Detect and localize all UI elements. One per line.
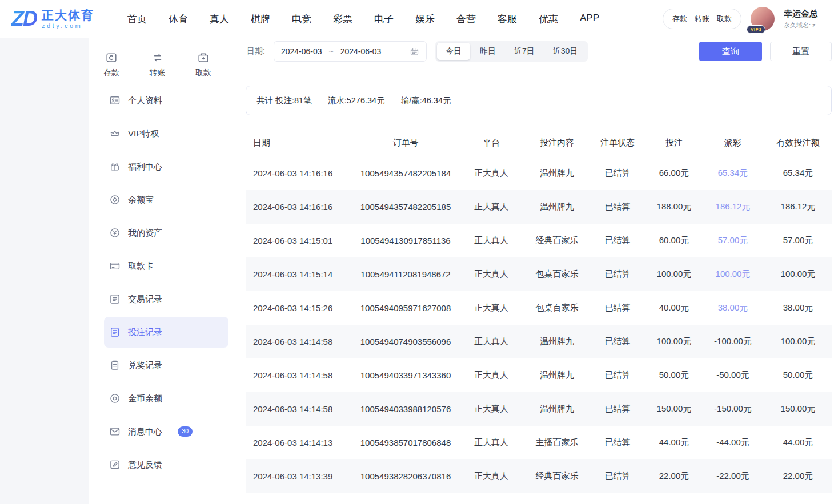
sidebar-item-gold-balance[interactable]: 金币余额 bbox=[104, 383, 228, 414]
sidebar-item-feedback[interactable]: 意见反馈 bbox=[104, 449, 228, 480]
cell-date: 2024-06-03 14:14:58 bbox=[246, 404, 354, 414]
id-card-icon bbox=[109, 95, 121, 106]
cell-status: 已结算 bbox=[588, 269, 647, 280]
cell-valid: 22.00元 bbox=[764, 471, 832, 482]
cell-status: 已结算 bbox=[588, 201, 647, 212]
nav-item-support[interactable]: 客服 bbox=[498, 13, 517, 26]
nav-item-lottery[interactable]: 彩票 bbox=[333, 13, 352, 26]
cell-valid: 65.34元 bbox=[764, 168, 832, 179]
cell-valid: 44.00元 bbox=[764, 437, 832, 448]
sidebar-withdraw-button[interactable]: 取款 bbox=[195, 51, 211, 78]
cell-content: 温州牌九 bbox=[526, 404, 588, 414]
sidebar-item-yuebao[interactable]: 余额宝 bbox=[104, 184, 228, 215]
sidebar-item-bet-records[interactable]: 投注记录 bbox=[104, 317, 228, 348]
range-30days-button[interactable]: 近30日 bbox=[544, 43, 587, 60]
nav-item-esports[interactable]: 电竞 bbox=[292, 13, 311, 26]
unread-count-badge: 30 bbox=[178, 426, 193, 436]
sidebar-transfer-button[interactable]: 转账 bbox=[150, 51, 166, 78]
sidebar-item-redeem-records[interactable]: 兑奖记录 bbox=[104, 350, 228, 381]
cell-valid: 100.00元 bbox=[764, 336, 832, 347]
sidebar-item-transactions[interactable]: 交易记录 bbox=[104, 284, 228, 315]
sidebar-item-label: 交易记录 bbox=[128, 294, 162, 305]
user-avatar[interactable]: VIP3 bbox=[751, 7, 775, 31]
range-7days-button[interactable]: 近7日 bbox=[506, 43, 543, 60]
cell-payout: 100.00元 bbox=[701, 269, 764, 280]
nav-item-app[interactable]: APP bbox=[580, 13, 599, 26]
summary-turnover: 流水:5276.34元 bbox=[328, 95, 385, 106]
col-header-payout: 派彩 bbox=[701, 138, 764, 148]
left-panel bbox=[0, 38, 89, 504]
cell-platform: 正大真人 bbox=[457, 269, 526, 280]
sidebar-item-withdraw-card[interactable]: 取款卡 bbox=[104, 251, 228, 281]
sidebar-item-assets[interactable]: 我的资产 bbox=[104, 217, 228, 248]
brand-name: 正大体育 bbox=[42, 9, 94, 22]
sidebar-item-vip[interactable]: VIP特权 bbox=[104, 118, 228, 149]
cell-order-no: 1005493857017806848 bbox=[354, 438, 457, 447]
deposit-link[interactable]: 存款 bbox=[672, 14, 687, 24]
nav-item-boardgames[interactable]: 棋牌 bbox=[251, 13, 270, 26]
cell-payout: -50.00元 bbox=[701, 370, 764, 381]
table-header: 日期 订单号 平台 投注内容 注单状态 投注 派彩 有效投注额 bbox=[246, 129, 832, 156]
date-to-value[interactable]: 2024-06-03 bbox=[340, 47, 382, 56]
cell-content: 包桌百家乐 bbox=[526, 269, 588, 280]
withdraw-link[interactable]: 取款 bbox=[717, 14, 732, 24]
transaction-list-icon bbox=[109, 293, 121, 305]
cell-content: 包桌百家乐 bbox=[526, 303, 588, 313]
cell-content: 主播百家乐 bbox=[526, 437, 588, 448]
col-header-date: 日期 bbox=[246, 138, 354, 148]
cell-date: 2024-06-03 14:14:58 bbox=[246, 370, 354, 380]
calendar-icon[interactable] bbox=[410, 47, 419, 57]
cell-payout: -100.00元 bbox=[701, 336, 764, 347]
sidebar-item-label: 取款卡 bbox=[128, 261, 154, 272]
wallet-quick-actions: 存款 转账 取款 bbox=[663, 9, 741, 29]
gift-icon bbox=[109, 161, 121, 172]
reset-button[interactable]: 重置 bbox=[770, 42, 832, 61]
cell-content: 温州牌九 bbox=[526, 168, 588, 179]
summary-total-bets: 共计 投注:81笔 bbox=[256, 95, 312, 106]
sidebar-item-label: VIP特权 bbox=[128, 128, 159, 139]
range-today-button[interactable]: 今日 bbox=[437, 43, 470, 60]
brand-domain: zdty.com bbox=[42, 22, 94, 30]
permanent-domain-note: 永久域名: z bbox=[784, 21, 826, 30]
cell-bet: 50.00元 bbox=[647, 370, 701, 381]
cell-date: 2024-06-03 14:14:13 bbox=[246, 438, 354, 447]
vip-level-badge: VIP3 bbox=[747, 25, 765, 34]
nav-item-promos[interactable]: 优惠 bbox=[539, 13, 558, 26]
sidebar-item-profile[interactable]: 个人资料 bbox=[104, 85, 228, 116]
nav-item-slots[interactable]: 电子 bbox=[374, 13, 394, 26]
table-row: 2024-06-03 14:16:16 1005494357482205185 … bbox=[246, 190, 832, 224]
nav-item-sports[interactable]: 体育 bbox=[169, 13, 188, 26]
cell-date: 2024-06-03 14:15:14 bbox=[246, 269, 354, 279]
brand-logo-mark: ZD bbox=[11, 9, 37, 29]
crown-icon bbox=[109, 128, 121, 139]
nav-item-entertainment[interactable]: 娱乐 bbox=[415, 13, 435, 26]
cell-payout: -22.00元 bbox=[701, 471, 764, 482]
brand-logo[interactable]: ZD 正大体育 zdty.com bbox=[11, 9, 94, 30]
sidebar-deposit-button[interactable]: 存款 bbox=[103, 51, 119, 78]
range-yesterday-button[interactable]: 昨日 bbox=[471, 43, 504, 60]
bet-records-table: 日期 订单号 平台 投注内容 注单状态 投注 派彩 有效投注额 2024-06-… bbox=[246, 129, 832, 493]
transfer-link[interactable]: 转账 bbox=[695, 14, 709, 24]
table-row: 2024-06-03 14:14:58 1005494074903556096 … bbox=[246, 325, 832, 358]
filter-row: 日期: 2024-06-03 ~ 2024-06-03 今日 昨日 近7日 近3… bbox=[246, 41, 832, 62]
nav-item-partner[interactable]: 合营 bbox=[456, 13, 476, 26]
sidebar-item-welfare[interactable]: 福利中心 bbox=[104, 151, 228, 182]
nav-item-home[interactable]: 首页 bbox=[127, 13, 147, 26]
date-from-value[interactable]: 2024-06-03 bbox=[281, 47, 322, 56]
cell-status: 已结算 bbox=[588, 168, 647, 179]
cell-valid: 38.00元 bbox=[764, 303, 832, 313]
table-row: 2024-06-03 14:14:13 1005493857017806848 … bbox=[246, 426, 832, 459]
cell-bet: 188.00元 bbox=[647, 201, 701, 212]
cell-content: 温州牌九 bbox=[526, 201, 588, 212]
cell-date: 2024-06-03 14:15:26 bbox=[246, 303, 354, 313]
cell-valid: 57.00元 bbox=[764, 235, 832, 246]
sidebar-item-messages[interactable]: 消息中心 30 bbox=[104, 416, 228, 447]
nav-item-live[interactable]: 真人 bbox=[210, 13, 229, 26]
user-name: 幸运金总 bbox=[784, 9, 826, 19]
query-button[interactable]: 查询 bbox=[699, 42, 762, 61]
cell-order-no: 1005494033988120576 bbox=[354, 404, 457, 414]
cell-date: 2024-06-03 14:14:58 bbox=[246, 337, 354, 346]
sidebar-transfer-label: 转账 bbox=[150, 68, 166, 78]
date-range-picker[interactable]: 2024-06-03 ~ 2024-06-03 bbox=[274, 41, 427, 62]
table-row: 2024-06-03 14:15:01 1005494130917851136 … bbox=[246, 224, 832, 257]
